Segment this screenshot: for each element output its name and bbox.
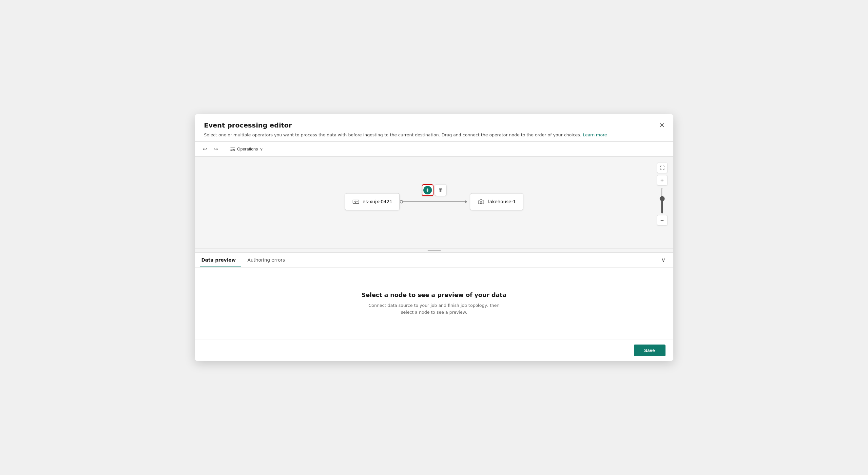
mid-action-buttons: + 🗑 xyxy=(422,184,446,196)
preview-title: Select a node to see a preview of your d… xyxy=(362,291,506,298)
toolbar-divider xyxy=(224,146,224,153)
close-button[interactable]: ✕ xyxy=(657,120,668,130)
operations-button[interactable]: Operations ∨ xyxy=(227,145,266,153)
zoom-in-icon: + xyxy=(660,177,664,184)
redo-button[interactable]: ↪ xyxy=(211,144,220,154)
destination-node-label: lakehouse-1 xyxy=(488,199,516,204)
resize-handle-bar xyxy=(428,250,441,251)
operations-icon xyxy=(230,147,235,152)
svg-rect-1 xyxy=(352,200,359,204)
operations-chevron-icon: ∨ xyxy=(260,147,263,151)
tab-data-preview[interactable]: Data preview xyxy=(200,253,241,267)
bottom-panel: Data preview Authoring errors ∨ Select a… xyxy=(195,253,673,339)
learn-more-link[interactable]: Learn more xyxy=(583,132,607,137)
undo-button[interactable]: ↩ xyxy=(200,144,210,154)
zoom-controls: ⛶ + − xyxy=(657,162,668,226)
tab-authoring-errors[interactable]: Authoring errors xyxy=(246,253,290,267)
fit-icon: ⛶ xyxy=(660,165,664,171)
source-node[interactable]: es-xujx-0421 xyxy=(345,193,400,210)
tabs-bar: Data preview Authoring errors ∨ xyxy=(195,253,673,267)
modal-title: Event processing editor xyxy=(204,121,664,129)
modal-header: Event processing editor Select one or mu… xyxy=(195,114,673,142)
resize-handle[interactable] xyxy=(195,248,673,253)
destination-node[interactable]: lakehouse-1 xyxy=(470,193,524,210)
lakehouse-icon xyxy=(478,198,485,205)
preview-desc: Connect data source to your job and fini… xyxy=(365,302,503,316)
zoom-slider[interactable] xyxy=(661,187,663,214)
undo-icon: ↩ xyxy=(203,146,207,152)
left-connector xyxy=(400,201,466,202)
panel-expand-button[interactable]: ∨ xyxy=(659,255,668,265)
source-node-label: es-xujx-0421 xyxy=(363,199,393,204)
canvas-area[interactable]: + 🗑 es-xujx-0421 xyxy=(195,157,673,248)
zoom-out-button[interactable]: − xyxy=(657,215,668,226)
redo-icon: ↪ xyxy=(214,146,218,152)
event-processing-modal: Event processing editor Select one or mu… xyxy=(195,114,673,361)
zoom-in-button[interactable]: + xyxy=(657,175,668,185)
save-button[interactable]: Save xyxy=(634,345,665,356)
delete-operator-button[interactable]: 🗑 xyxy=(435,184,446,196)
operations-label: Operations xyxy=(237,147,258,151)
preview-area: Select a node to see a preview of your d… xyxy=(195,267,673,339)
eventstream-icon xyxy=(352,198,360,205)
add-operator-button[interactable]: + xyxy=(422,184,434,196)
fit-view-button[interactable]: ⛶ xyxy=(657,162,668,173)
modal-subtitle: Select one or multiple operators you wan… xyxy=(204,132,664,138)
zoom-out-icon: − xyxy=(660,217,664,224)
modal-footer: Save xyxy=(195,339,673,361)
delete-icon: 🗑 xyxy=(438,187,443,193)
zoom-slider-container xyxy=(661,187,663,214)
toolbar: ↩ ↪ Operations ∨ xyxy=(195,141,673,157)
add-icon: + xyxy=(423,186,432,195)
